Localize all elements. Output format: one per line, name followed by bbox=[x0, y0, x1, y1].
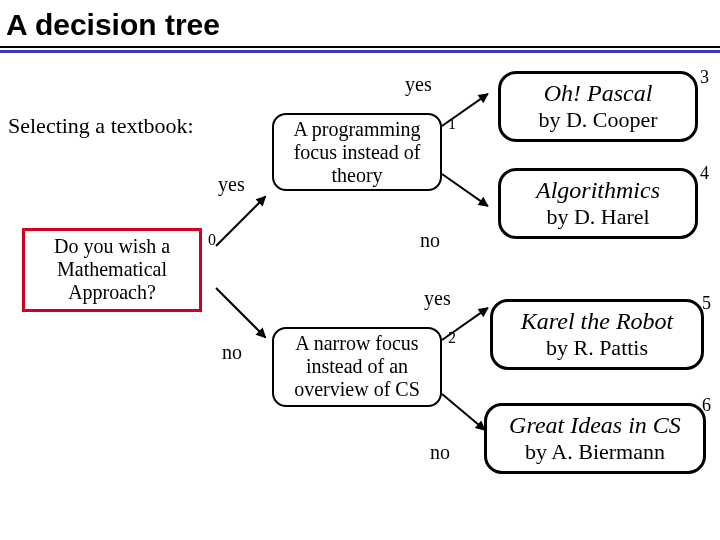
divider-black bbox=[0, 46, 720, 48]
book-5-author: by R. Pattis bbox=[501, 335, 693, 361]
label-yes-bot: yes bbox=[424, 287, 451, 310]
label-no-branch: no bbox=[222, 341, 242, 364]
book-3-author: by D. Cooper bbox=[509, 107, 687, 133]
book-4-number: 4 bbox=[700, 163, 709, 184]
book-3-title: Oh! Pascal bbox=[509, 80, 687, 107]
book-5-number: 5 bbox=[702, 293, 711, 314]
book-5: Karel the Robot by R. Pattis bbox=[490, 299, 704, 370]
arrow-0-to-2 bbox=[215, 287, 266, 338]
book-3-number: 3 bbox=[700, 67, 709, 88]
book-6: Great Ideas in CS by A. Biermann bbox=[484, 403, 706, 474]
diagram-canvas: Selecting a textbook: Do you wish a Math… bbox=[0, 53, 720, 533]
arrow-1-to-4 bbox=[441, 173, 488, 207]
book-3: Oh! Pascal by D. Cooper bbox=[498, 71, 698, 142]
node-0-number: 0 bbox=[208, 231, 216, 249]
book-4: Algorithmics by D. Harel bbox=[498, 168, 698, 239]
label-no-bot: no bbox=[430, 441, 450, 464]
book-4-author: by D. Harel bbox=[509, 204, 687, 230]
label-yes-mid: yes bbox=[218, 173, 245, 196]
arrow-2-to-5 bbox=[441, 307, 488, 341]
node-2-text: A narrow focus instead of an overview of… bbox=[277, 332, 437, 401]
node-1-text: A programming focus instead of theory bbox=[277, 118, 437, 187]
label-no-from1: no bbox=[420, 229, 440, 252]
book-4-title: Algorithmics bbox=[509, 177, 687, 204]
book-6-number: 6 bbox=[702, 395, 711, 416]
book-6-title: Great Ideas in CS bbox=[495, 412, 695, 439]
arrow-0-to-1 bbox=[215, 196, 266, 247]
subtitle: Selecting a textbook: bbox=[8, 113, 194, 139]
arrow-1-to-3 bbox=[441, 93, 488, 127]
book-5-title: Karel the Robot bbox=[501, 308, 693, 335]
page-title: A decision tree bbox=[0, 0, 720, 46]
node-0-text: Do you wish a Mathematical Approach? bbox=[32, 235, 192, 304]
arrow-2-to-6 bbox=[441, 393, 485, 431]
book-6-author: by A. Biermann bbox=[495, 439, 695, 465]
label-yes-top: yes bbox=[405, 73, 432, 96]
